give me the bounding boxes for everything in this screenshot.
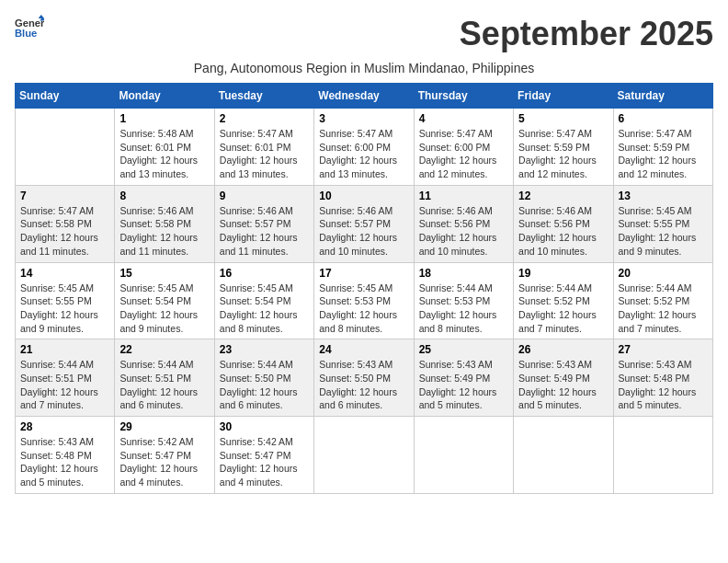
calendar-cell: 11Sunrise: 5:46 AM Sunset: 5:56 PM Dayli… <box>414 185 513 262</box>
col-header-friday: Friday <box>514 84 613 109</box>
day-info: Sunrise: 5:45 AM Sunset: 5:55 PM Dayligh… <box>619 204 708 259</box>
day-number: 5 <box>518 112 608 125</box>
logo-icon: General Blue <box>15 15 44 40</box>
day-info: Sunrise: 5:42 AM Sunset: 5:47 PM Dayligh… <box>220 435 309 489</box>
day-info: Sunrise: 5:47 AM Sunset: 5:59 PM Dayligh… <box>518 127 608 181</box>
calendar-cell: 2Sunrise: 5:47 AM Sunset: 6:01 PM Daylig… <box>214 109 313 186</box>
day-number: 22 <box>119 343 209 356</box>
day-info: Sunrise: 5:47 AM Sunset: 6:00 PM Dayligh… <box>419 127 508 181</box>
day-info: Sunrise: 5:46 AM Sunset: 5:56 PM Dayligh… <box>419 204 508 259</box>
day-info: Sunrise: 5:45 AM Sunset: 5:53 PM Dayligh… <box>319 282 408 336</box>
day-number: 26 <box>518 343 608 356</box>
day-number: 23 <box>220 343 309 356</box>
day-info: Sunrise: 5:43 AM Sunset: 5:49 PM Dayligh… <box>518 358 608 412</box>
day-number: 12 <box>518 190 608 202</box>
calendar-cell <box>613 417 712 494</box>
calendar-cell: 9Sunrise: 5:46 AM Sunset: 5:57 PM Daylig… <box>214 185 313 262</box>
calendar-cell <box>314 417 414 494</box>
day-info: Sunrise: 5:43 AM Sunset: 5:50 PM Dayligh… <box>319 358 408 412</box>
calendar-cell: 13Sunrise: 5:45 AM Sunset: 5:55 PM Dayli… <box>613 185 712 262</box>
day-info: Sunrise: 5:44 AM Sunset: 5:53 PM Dayligh… <box>419 282 508 336</box>
svg-text:Blue: Blue <box>15 28 37 39</box>
day-info: Sunrise: 5:47 AM Sunset: 5:58 PM Dayligh… <box>20 204 109 259</box>
day-number: 7 <box>20 190 109 202</box>
day-info: Sunrise: 5:45 AM Sunset: 5:54 PM Dayligh… <box>220 282 309 336</box>
day-number: 21 <box>20 343 109 356</box>
day-number: 30 <box>220 420 309 433</box>
day-info: Sunrise: 5:44 AM Sunset: 5:52 PM Dayligh… <box>518 282 608 336</box>
day-number: 17 <box>319 267 408 280</box>
day-number: 19 <box>518 267 608 280</box>
week-row-4: 21Sunrise: 5:44 AM Sunset: 5:51 PM Dayli… <box>16 339 713 417</box>
day-info: Sunrise: 5:43 AM Sunset: 5:48 PM Dayligh… <box>619 358 708 412</box>
calendar-cell: 23Sunrise: 5:44 AM Sunset: 5:50 PM Dayli… <box>214 339 313 417</box>
day-number: 14 <box>20 267 109 280</box>
day-info: Sunrise: 5:46 AM Sunset: 5:58 PM Dayligh… <box>119 204 209 259</box>
logo: General Blue <box>15 15 48 40</box>
day-info: Sunrise: 5:45 AM Sunset: 5:54 PM Dayligh… <box>119 282 209 336</box>
day-number: 28 <box>20 420 109 433</box>
calendar-cell: 16Sunrise: 5:45 AM Sunset: 5:54 PM Dayli… <box>214 262 313 339</box>
day-number: 11 <box>419 190 508 202</box>
day-number: 16 <box>220 267 309 280</box>
calendar-cell: 19Sunrise: 5:44 AM Sunset: 5:52 PM Dayli… <box>514 262 613 339</box>
calendar-table: SundayMondayTuesdayWednesdayThursdayFrid… <box>15 83 713 494</box>
day-info: Sunrise: 5:48 AM Sunset: 6:01 PM Dayligh… <box>119 127 209 181</box>
day-number: 25 <box>419 343 508 356</box>
day-number: 6 <box>619 112 708 125</box>
week-row-2: 7Sunrise: 5:47 AM Sunset: 5:58 PM Daylig… <box>16 185 713 262</box>
month-year-title: September 2025 <box>460 15 713 53</box>
day-number: 10 <box>319 190 408 202</box>
calendar-cell: 24Sunrise: 5:43 AM Sunset: 5:50 PM Dayli… <box>314 339 414 417</box>
day-info: Sunrise: 5:44 AM Sunset: 5:50 PM Dayligh… <box>220 358 309 412</box>
calendar-cell: 21Sunrise: 5:44 AM Sunset: 5:51 PM Dayli… <box>16 339 115 417</box>
day-number: 1 <box>119 112 209 125</box>
week-row-3: 14Sunrise: 5:45 AM Sunset: 5:55 PM Dayli… <box>16 262 713 339</box>
day-info: Sunrise: 5:42 AM Sunset: 5:47 PM Dayligh… <box>119 435 209 489</box>
calendar-cell <box>514 417 613 494</box>
location-subtitle: Pang, Autonomous Region in Muslim Mindan… <box>15 61 713 75</box>
day-number: 2 <box>220 112 309 125</box>
day-info: Sunrise: 5:44 AM Sunset: 5:52 PM Dayligh… <box>619 282 708 336</box>
week-row-1: 1Sunrise: 5:48 AM Sunset: 6:01 PM Daylig… <box>16 109 713 186</box>
calendar-cell: 20Sunrise: 5:44 AM Sunset: 5:52 PM Dayli… <box>613 262 712 339</box>
day-number: 9 <box>220 190 309 202</box>
calendar-cell <box>414 417 513 494</box>
calendar-cell <box>16 109 115 186</box>
day-number: 3 <box>319 112 408 125</box>
calendar-cell: 28Sunrise: 5:43 AM Sunset: 5:48 PM Dayli… <box>16 417 115 494</box>
calendar-cell: 5Sunrise: 5:47 AM Sunset: 5:59 PM Daylig… <box>514 109 613 186</box>
day-info: Sunrise: 5:46 AM Sunset: 5:56 PM Dayligh… <box>518 204 608 259</box>
calendar-cell: 4Sunrise: 5:47 AM Sunset: 6:00 PM Daylig… <box>414 109 513 186</box>
col-header-saturday: Saturday <box>613 84 712 109</box>
day-number: 18 <box>419 267 508 280</box>
day-number: 24 <box>319 343 408 356</box>
calendar-cell: 14Sunrise: 5:45 AM Sunset: 5:55 PM Dayli… <box>16 262 115 339</box>
day-info: Sunrise: 5:45 AM Sunset: 5:55 PM Dayligh… <box>20 282 109 336</box>
day-info: Sunrise: 5:46 AM Sunset: 5:57 PM Dayligh… <box>319 204 408 259</box>
day-info: Sunrise: 5:46 AM Sunset: 5:57 PM Dayligh… <box>220 204 309 259</box>
calendar-cell: 30Sunrise: 5:42 AM Sunset: 5:47 PM Dayli… <box>214 417 313 494</box>
day-info: Sunrise: 5:47 AM Sunset: 6:01 PM Dayligh… <box>220 127 309 181</box>
calendar-cell: 17Sunrise: 5:45 AM Sunset: 5:53 PM Dayli… <box>314 262 414 339</box>
calendar-cell: 8Sunrise: 5:46 AM Sunset: 5:58 PM Daylig… <box>115 185 214 262</box>
day-headers-row: SundayMondayTuesdayWednesdayThursdayFrid… <box>16 84 713 109</box>
day-info: Sunrise: 5:44 AM Sunset: 5:51 PM Dayligh… <box>20 358 109 412</box>
day-info: Sunrise: 5:44 AM Sunset: 5:51 PM Dayligh… <box>119 358 209 412</box>
calendar-cell: 1Sunrise: 5:48 AM Sunset: 6:01 PM Daylig… <box>115 109 214 186</box>
calendar-cell: 3Sunrise: 5:47 AM Sunset: 6:00 PM Daylig… <box>314 109 414 186</box>
title-section: September 2025 <box>460 15 713 53</box>
calendar-cell: 29Sunrise: 5:42 AM Sunset: 5:47 PM Dayli… <box>115 417 214 494</box>
calendar-cell: 26Sunrise: 5:43 AM Sunset: 5:49 PM Dayli… <box>514 339 613 417</box>
day-info: Sunrise: 5:43 AM Sunset: 5:49 PM Dayligh… <box>419 358 508 412</box>
day-info: Sunrise: 5:47 AM Sunset: 5:59 PM Dayligh… <box>619 127 708 181</box>
calendar-cell: 22Sunrise: 5:44 AM Sunset: 5:51 PM Dayli… <box>115 339 214 417</box>
day-number: 8 <box>119 190 209 202</box>
svg-text:General: General <box>15 17 44 29</box>
col-header-sunday: Sunday <box>16 84 115 109</box>
col-header-thursday: Thursday <box>414 84 513 109</box>
calendar-cell: 12Sunrise: 5:46 AM Sunset: 5:56 PM Dayli… <box>514 185 613 262</box>
calendar-cell: 27Sunrise: 5:43 AM Sunset: 5:48 PM Dayli… <box>613 339 712 417</box>
day-info: Sunrise: 5:47 AM Sunset: 6:00 PM Dayligh… <box>319 127 408 181</box>
col-header-wednesday: Wednesday <box>314 84 414 109</box>
